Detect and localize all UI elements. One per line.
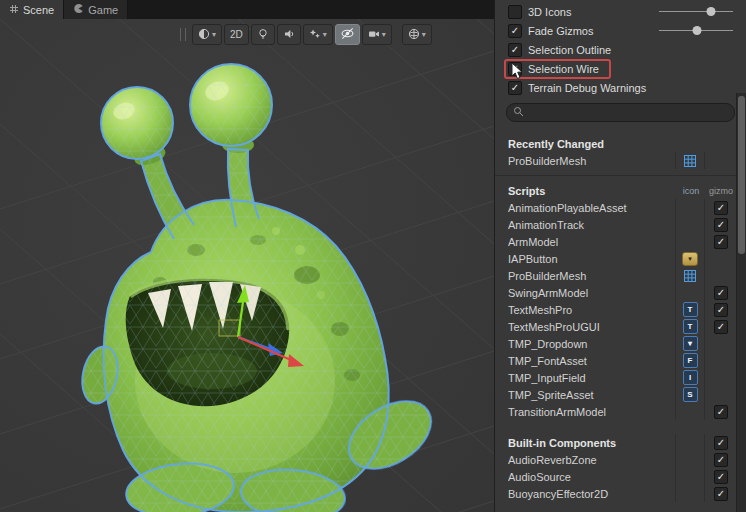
item-name: AnimationPlayableAsset bbox=[508, 202, 675, 214]
pacman-icon bbox=[73, 3, 84, 16]
2d-toggle-button[interactable]: 2D bbox=[224, 24, 249, 45]
item-name: AudioSource bbox=[508, 471, 675, 483]
gizmo-plane-handle[interactable] bbox=[219, 320, 240, 336]
list-item-BuoyancyEffector2D[interactable]: BuoyancyEffector2D✓ bbox=[495, 485, 737, 502]
list-item-TMP_Dropdown[interactable]: TMP_Dropdown▾ bbox=[495, 335, 737, 352]
toggle-terrain-debug-warnings[interactable]: ✓Terrain Debug Warnings bbox=[495, 78, 746, 97]
list-item-ProBuilderMesh[interactable]: ProBuilderMesh bbox=[495, 152, 737, 169]
toggle-checkbox[interactable] bbox=[508, 5, 522, 19]
icon-cell bbox=[675, 199, 704, 216]
gizmo-checkbox[interactable]: ✓ bbox=[714, 235, 728, 249]
list-item-TMP_SpriteAsset[interactable]: TMP_SpriteAssetS bbox=[495, 386, 737, 403]
scene-grid-icon bbox=[9, 4, 19, 16]
lighting-toggle-button[interactable] bbox=[251, 24, 275, 45]
builtin-gizmo-checkbox[interactable]: ✓ bbox=[714, 436, 728, 450]
scrollbar-thumb[interactable] bbox=[738, 96, 745, 254]
toggle-3d-icons[interactable]: 3D Icons bbox=[495, 2, 746, 21]
list-item-ArmModel[interactable]: ArmModel✓ bbox=[495, 233, 737, 250]
item-name: ProBuilderMesh bbox=[508, 155, 675, 167]
effects-toggle-button[interactable]: ▾ bbox=[303, 24, 333, 45]
slider-knob[interactable] bbox=[706, 7, 715, 16]
search-icon bbox=[513, 106, 524, 119]
toggle-wrap: ✓Terrain Debug Warnings bbox=[508, 81, 646, 95]
audio-toggle-button[interactable] bbox=[277, 24, 301, 45]
toggle-checkbox[interactable]: ✓ bbox=[508, 81, 522, 95]
recently-changed-header: Recently Changed bbox=[495, 135, 737, 152]
toggle-checkbox[interactable]: ✓ bbox=[508, 43, 522, 57]
gizmo-cell: ✓ bbox=[704, 301, 737, 318]
search-input[interactable] bbox=[528, 106, 728, 120]
gizmo-cell bbox=[704, 152, 737, 169]
gizmo-checkbox[interactable]: ✓ bbox=[714, 470, 728, 484]
gizmos-dropdown-panel: 3D Icons✓Fade Gizmos✓Selection Outline✓S… bbox=[494, 0, 746, 512]
toggle-fade-gizmos[interactable]: ✓Fade Gizmos bbox=[495, 21, 746, 40]
gizmo-checkbox[interactable]: ✓ bbox=[714, 487, 728, 501]
item-name: TMP_InputField bbox=[508, 372, 675, 384]
lightbulb-icon bbox=[257, 28, 269, 42]
scrollbar[interactable] bbox=[736, 93, 746, 512]
icon-cell: T bbox=[675, 318, 704, 335]
icon-cell bbox=[675, 485, 704, 502]
gizmo-checkbox[interactable]: ✓ bbox=[714, 286, 728, 300]
gizmo-checkbox[interactable]: ✓ bbox=[714, 320, 728, 334]
shading-mode-button[interactable]: ▾ bbox=[192, 24, 222, 45]
highlighted-toggle-wrap: ✓Selection Wire bbox=[504, 59, 611, 79]
gizmo-checkbox[interactable]: ✓ bbox=[714, 303, 728, 317]
toggle-label: Selection Wire bbox=[528, 63, 599, 75]
list-item-TransitionArmModel[interactable]: TransitionArmModel✓ bbox=[495, 403, 737, 420]
list-item-TextMeshProUGUI[interactable]: TextMeshProUGUIT✓ bbox=[495, 318, 737, 335]
tab-game[interactable]: Game bbox=[64, 0, 128, 19]
list-item-AnimationTrack[interactable]: AnimationTrack✓ bbox=[495, 216, 737, 233]
visibility-toggle-button[interactable] bbox=[335, 24, 360, 45]
script-items: AnimationPlayableAsset✓AnimationTrack✓Ar… bbox=[495, 199, 737, 420]
list-item-SwingArmModel[interactable]: SwingArmModel✓ bbox=[495, 284, 737, 301]
recently-changed-items: ProBuilderMesh bbox=[495, 152, 737, 169]
gizmo-cell bbox=[704, 267, 737, 284]
scripts-header: Scripts bbox=[508, 185, 677, 197]
gizmo-cell: ✓ bbox=[704, 318, 737, 335]
item-name: TextMeshPro bbox=[508, 304, 675, 316]
list-item-TMP_FontAsset[interactable]: TMP_FontAssetF bbox=[495, 352, 737, 369]
probuilder-grid-icon bbox=[684, 155, 696, 167]
toggle-checkbox[interactable]: ✓ bbox=[508, 62, 522, 76]
list-item-TextMeshPro[interactable]: TextMeshProT✓ bbox=[495, 301, 737, 318]
icon-cell bbox=[675, 403, 704, 420]
icon-cell: T bbox=[675, 301, 704, 318]
tmp-asset-icon: T bbox=[683, 319, 698, 334]
list-item-AudioSource[interactable]: AudioSource✓ bbox=[495, 468, 737, 485]
camera-menu-button[interactable]: ▾ bbox=[362, 24, 392, 45]
item-name: AnimationTrack bbox=[508, 219, 675, 231]
item-name: BuoyancyEffector2D bbox=[508, 488, 675, 500]
dropdown-caret-icon: ▾ bbox=[382, 31, 386, 39]
list-item-AudioReverbZone[interactable]: AudioReverbZone✓ bbox=[495, 451, 737, 468]
eye-slash-icon bbox=[341, 27, 354, 42]
gizmo-checkbox[interactable]: ✓ bbox=[714, 405, 728, 419]
list-item-AnimationPlayableAsset[interactable]: AnimationPlayableAsset✓ bbox=[495, 199, 737, 216]
gizmo-checkbox[interactable]: ✓ bbox=[714, 201, 728, 215]
gizmo-checkbox[interactable]: ✓ bbox=[714, 218, 728, 232]
toggle-selection-wire[interactable]: ✓Selection Wire bbox=[495, 59, 746, 78]
list-item-TMP_InputField[interactable]: TMP_InputFieldI bbox=[495, 369, 737, 386]
search-field[interactable] bbox=[506, 103, 735, 122]
toggle-label: Terrain Debug Warnings bbox=[528, 82, 646, 94]
gizmo-cell bbox=[704, 369, 737, 386]
toggle-checkbox[interactable]: ✓ bbox=[508, 24, 522, 38]
toggle-label: 3D Icons bbox=[528, 6, 571, 18]
tmp-asset-icon: I bbox=[683, 370, 698, 385]
list-item-IAPButton[interactable]: IAPButton▾ bbox=[495, 250, 737, 267]
toolbar-grip-handle[interactable] bbox=[180, 28, 186, 41]
gizmo-checkbox[interactable]: ✓ bbox=[714, 453, 728, 467]
probuilder-grid-icon bbox=[684, 270, 696, 282]
item-name: ProBuilderMesh bbox=[508, 270, 675, 282]
toggle-slider[interactable] bbox=[659, 11, 733, 12]
camera-icon bbox=[368, 28, 380, 42]
toggle-selection-outline[interactable]: ✓Selection Outline bbox=[495, 40, 746, 59]
slider-knob[interactable] bbox=[693, 26, 702, 35]
effects-stars-icon bbox=[309, 28, 321, 42]
gizmo-toggle-list: 3D Icons✓Fade Gizmos✓Selection Outline✓S… bbox=[495, 0, 746, 97]
tab-scene[interactable]: Scene bbox=[0, 0, 64, 19]
list-item-ProBuilderMesh[interactable]: ProBuilderMesh bbox=[495, 267, 737, 284]
scene-viewport[interactable]: ▾ 2D ▾ bbox=[0, 19, 494, 512]
toggle-slider[interactable] bbox=[659, 30, 733, 31]
gizmos-menu-button[interactable]: ▾ bbox=[402, 24, 432, 45]
